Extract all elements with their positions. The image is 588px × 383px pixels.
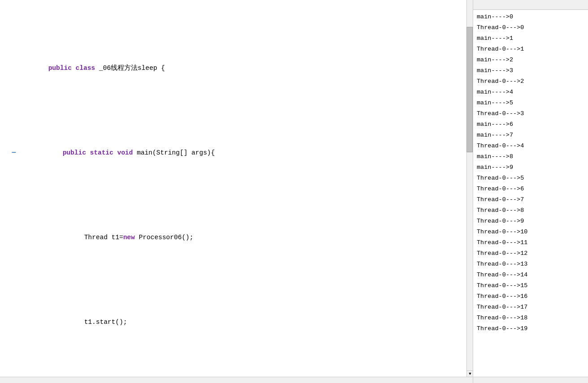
scrollbar-area[interactable]: ▼ [466,0,473,383]
output-line: Thread-0--->5 [477,173,584,184]
code-text: public static void main(String[] args){ [17,135,469,171]
code-content: public class _06线程方法sleep { − public sta… [0,0,473,383]
output-line: Thread-0--->10 [477,227,584,237]
output-line: main---->8 [477,151,584,162]
output-line: Thread-0--->7 [477,194,584,205]
output-line: Thread-0--->15 [477,280,584,291]
output-line: Thread-0--->12 [477,248,584,259]
code-text: Thread t1=new Processor06(); [17,219,469,256]
output-line: main---->6 [477,119,584,130]
output-line: main---->9 [477,162,584,173]
output-content: main---->0Thread-0--->0main---->1Thread-… [473,10,588,377]
output-line: Thread-0--->18 [477,313,584,323]
output-line: Thread-0--->19 [477,323,584,334]
output-panel: main---->0Thread-0--->0main---->1Thread-… [473,0,588,383]
scrollbar-down-arrow[interactable]: ▼ [467,370,473,377]
output-line: Thread-0--->8 [477,205,584,216]
output-line: Thread-0--->14 [477,270,584,280]
output-line: main---->0 [477,12,584,22]
code-line-1: public class _06线程方法sleep { [0,50,473,86]
output-line: Thread-0--->17 [477,302,584,313]
bottom-scrollbar[interactable] [0,377,473,383]
output-line: Thread-0--->11 [477,237,584,248]
code-line-2: − public static void main(String[] args)… [0,135,473,171]
output-line: main---->3 [477,65,584,76]
output-header [473,0,588,10]
line-dot: − [11,147,17,159]
output-line: Thread-0--->4 [477,141,584,151]
output-line: Thread-0--->2 [477,76,584,87]
code-text: public class _06线程方法sleep { [17,50,469,86]
output-line: Thread-0--->6 [477,184,584,194]
scrollbar-thumb[interactable] [466,27,473,152]
output-line: Thread-0--->0 [477,22,584,33]
code-text: t1.start(); [17,304,469,340]
output-line: Thread-0--->16 [477,291,584,302]
output-line: Thread-0--->13 [477,259,584,270]
code-line-3: Thread t1=new Processor06(); [0,219,473,256]
output-line: main---->1 [477,33,584,44]
code-panel: public class _06线程方法sleep { − public sta… [0,0,473,383]
output-line: Thread-0--->3 [477,108,584,119]
output-line: Thread-0--->9 [477,216,584,227]
output-line: main---->5 [477,98,584,108]
code-line-4: t1.start(); [0,304,473,340]
output-bottom-scrollbar[interactable] [473,377,588,383]
output-line: main---->2 [477,55,584,65]
output-line: Thread-0--->1 [477,44,584,55]
output-line: main---->7 [477,130,584,141]
output-line: main---->4 [477,87,584,98]
